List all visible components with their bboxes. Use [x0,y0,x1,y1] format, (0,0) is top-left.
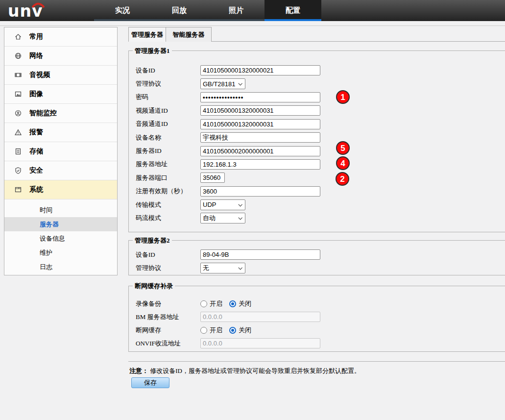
note-text: 注意： 修改设备ID，服务器地址或管理协议可能会导致重启并恢复部分默认配置。 [129,367,361,375]
device-id-input[interactable] [200,65,320,75]
form-row-record-backup: 录像备份 开启 关闭 [129,297,505,310]
form-row-offline-cache: 断网缓存 开启 关闭 [129,323,505,337]
form-row-device-id: 设备ID [129,64,505,77]
header-divider [0,25,505,26]
group-legend: 管理服务器2 [133,236,172,245]
system-submenu: 时间 服务器 设备信息 维护 日志 [4,199,117,274]
submenu-item-server[interactable]: 服务器 [4,217,117,231]
sidebar-item-image[interactable]: 图像 [4,85,117,104]
form-row-server-address: 服务器地址 [129,158,505,171]
submenu-item-log[interactable]: 日志 [4,260,117,274]
sidebar-item-audio-video[interactable]: 音视频 [4,66,117,85]
register-validity-input[interactable] [200,186,320,197]
radio-on-icon [229,300,236,307]
sidebar-item-alarm[interactable]: 报警 [4,123,117,142]
device-id-2-input[interactable] [200,249,320,260]
form-row-video-channel-id: 视频通道ID [129,104,505,117]
field-label: 服务器端口 [129,173,200,182]
server-port-input[interactable] [200,173,225,183]
bm-server-address-input [200,312,320,322]
field-label: 注册有效期（秒） [129,187,200,196]
management-server-1-group: 管理服务器1 设备ID 管理协议 GB/T28181 密码 视频通道ID 音频通… [128,50,505,232]
nav-tab-playback[interactable]: 回放 [151,0,208,21]
field-label: 视频通道ID [129,106,200,115]
protocol-select[interactable]: GB/T28181 [200,78,245,89]
system-icon [14,186,22,194]
globe-icon [14,52,22,60]
annotation-badge-1: 1 [336,90,350,104]
form-row-device-name: 设备名称 [129,131,505,144]
tab-management-server[interactable]: 管理服务器 [128,27,166,42]
tab-smart-server[interactable]: 智能服务器 [166,27,212,42]
home-icon [14,33,22,41]
sidebar-item-common[interactable]: 常用 [4,27,117,47]
nav-tab-photo[interactable]: 照片 [208,0,265,21]
nav-tab-setup[interactable]: 配置 [265,0,321,21]
audio-channel-id-input[interactable] [200,119,320,129]
smart-monitor-icon [14,109,22,117]
field-label: 传输模式 [129,200,200,209]
field-label: 录像备份 [129,299,200,308]
sidebar-item-network[interactable]: 网络 [4,47,117,66]
annotation-badge-5: 5 [336,141,350,155]
record-backup-off-radio[interactable]: 关闭 [229,299,251,308]
offline-cache-off-radio[interactable]: 关闭 [229,326,251,335]
radio-off-icon [200,300,207,307]
field-label: 码流模式 [129,214,200,222]
form-row-bm-server-address: BM 服务器地址 [129,310,505,323]
group-legend: 断网缓存补录 [133,282,175,291]
submenu-item-time[interactable]: 时间 [4,203,117,217]
top-navbar: unv 实况 回放 照片 配置 [0,0,505,21]
form-row-password: 密码 [129,91,505,104]
field-label: 断网缓存 [129,326,200,335]
chevron-down-icon [238,202,242,206]
annotation-badge-4: 4 [336,156,350,170]
field-label: ONVIF收流地址 [129,339,200,348]
form-row-onvif-address: ONVIF收流地址 [129,337,505,350]
image-icon [14,90,22,98]
video-channel-id-input[interactable] [200,105,320,116]
nav-tab-live[interactable]: 实况 [94,0,151,21]
selected-option: 无 [203,264,209,272]
annotation-badge-2: 2 [336,172,349,186]
server-address-input[interactable] [200,159,320,170]
submenu-item-maintenance[interactable]: 维护 [4,246,117,260]
field-label: BM 服务器地址 [129,313,200,321]
chevron-down-icon [238,216,242,220]
form-row-register-validity: 注册有效期（秒） [129,185,505,198]
note-body: 修改设备ID，服务器地址或管理协议可能会导致重启并恢复部分默认配置。 [150,367,361,374]
field-label: 管理协议 [129,264,200,272]
device-name-input[interactable] [200,132,320,143]
sidebar-item-security[interactable]: 安全 [4,161,117,180]
film-icon [14,71,22,79]
sidebar-item-storage[interactable]: 存储 [4,142,117,161]
management-server-2-group: 管理服务器2 设备ID 管理协议 无 [128,240,505,275]
server-id-input[interactable] [200,146,320,156]
nav-tabs: 实况 回放 照片 配置 [94,0,321,21]
field-label: 服务器ID [129,147,200,155]
record-backup-on-radio[interactable]: 开启 [200,299,222,308]
form-row-server-id: 服务器ID [129,144,505,157]
field-label: 设备名称 [129,133,200,142]
sidebar: 常用 网络 音视频 图像 智能监控 报警 存储 安全 系统 时间 服务器 设备信… [4,27,118,275]
submenu-item-device-info[interactable]: 设备信息 [4,231,117,246]
record-backup-radio-group: 开启 关闭 [200,299,251,308]
form-row-server-port: 服务器端口 [129,171,505,184]
field-label: 服务器地址 [129,160,200,169]
protocol-2-select[interactable]: 无 [200,263,245,273]
unv-logo: unv [8,1,67,21]
stream-mode-select[interactable]: 自动 [200,213,245,223]
offline-cache-on-radio[interactable]: 开启 [200,326,222,335]
shield-icon [14,167,22,174]
note-label: 注意： [129,367,148,374]
save-button[interactable]: 保存 [131,377,169,388]
group-legend: 管理服务器1 [133,47,172,55]
password-input[interactable] [200,92,320,102]
storage-icon [14,148,22,155]
content-tab-divider [166,41,505,42]
selected-option: GB/T28181 [203,80,236,88]
radio-on-icon [229,327,236,334]
sidebar-item-system[interactable]: 系统 [4,180,117,199]
sidebar-item-smart-monitoring[interactable]: 智能监控 [4,104,117,123]
transport-mode-select[interactable]: UDP [200,199,245,210]
